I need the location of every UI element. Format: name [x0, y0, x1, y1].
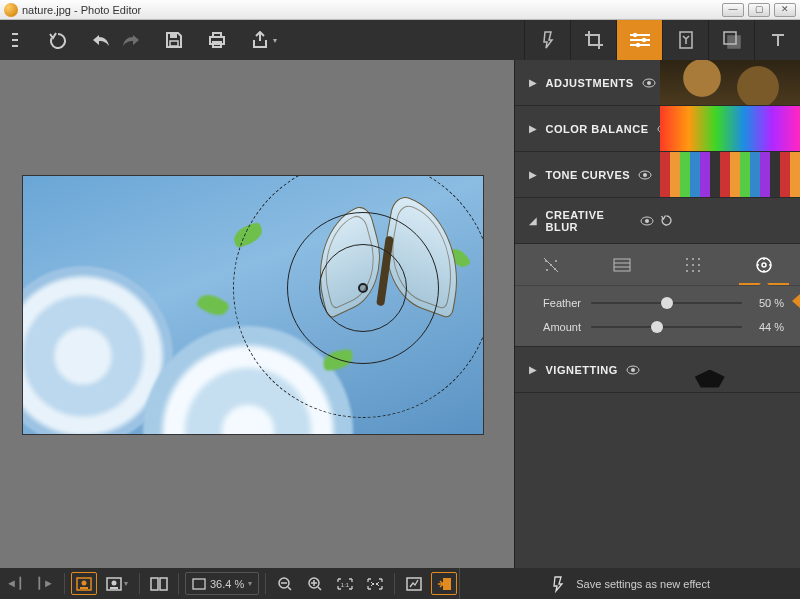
svg-point-22 — [546, 269, 548, 271]
zoom-100-button[interactable]: 1:1 — [330, 568, 360, 599]
slider-row-amount: Amount 44 % — [515, 310, 800, 334]
visibility-icon[interactable] — [640, 216, 654, 226]
chevron-right-icon: ▶ — [529, 123, 538, 134]
svg-point-21 — [555, 260, 557, 262]
undo-button[interactable] — [86, 32, 116, 48]
mode-tab-effects[interactable] — [524, 20, 570, 60]
svg-rect-0 — [170, 34, 177, 38]
svg-point-16 — [643, 173, 647, 177]
panel-header-tone-curves[interactable]: ▶ TONE CURVES — [515, 152, 800, 198]
print-button[interactable] — [202, 31, 232, 49]
window-titlebar: nature.jpg - Photo Editor — ▢ ✕ — [0, 0, 800, 20]
mode-tab-crop[interactable] — [570, 20, 616, 60]
compare-view-button[interactable]: ▾ — [99, 568, 135, 599]
zoom-value: 36.4 % — [210, 578, 244, 590]
mode-tab-overlay[interactable] — [708, 20, 754, 60]
svg-rect-1 — [170, 41, 178, 46]
svg-rect-44 — [151, 578, 158, 590]
window-maximize-button[interactable]: ▢ — [748, 3, 770, 17]
slider-label: Feather — [531, 297, 591, 309]
svg-point-37 — [631, 368, 635, 372]
blur-subtab-grid[interactable] — [658, 244, 729, 285]
svg-point-7 — [635, 43, 639, 47]
redo-button[interactable] — [116, 32, 146, 48]
visibility-icon[interactable] — [638, 170, 652, 180]
slider-row-feather: Feather 50 % — [515, 286, 800, 310]
svg-point-30 — [698, 264, 700, 266]
visibility-icon[interactable] — [642, 78, 656, 88]
svg-point-28 — [686, 264, 688, 266]
apply-button[interactable] — [431, 572, 457, 595]
bottom-toolbar: ◄┃ ┃► ▾ 36.4 % ▾ 1:1 Save settings as ne… — [0, 568, 800, 599]
svg-rect-45 — [160, 578, 167, 590]
chevron-right-icon: ▶ — [529, 169, 538, 180]
svg-rect-3 — [213, 33, 221, 37]
svg-point-12 — [647, 81, 651, 85]
prev-image-button[interactable]: ◄┃ — [0, 568, 30, 599]
panel-header-creative-blur[interactable]: ◢ CREATIVE BLUR — [515, 198, 800, 244]
slider-value: 44 % — [742, 321, 784, 333]
image-canvas[interactable] — [23, 176, 483, 434]
svg-point-18 — [645, 219, 649, 223]
panel-header-adjustments[interactable]: ▶ ADJUSTMENTS — [515, 60, 800, 106]
panel-label: TONE CURVES — [546, 169, 631, 181]
chevron-right-icon: ▶ — [529, 77, 538, 88]
save-as-effect-button[interactable]: Save settings as new effect — [459, 568, 800, 599]
split-view-button[interactable] — [144, 568, 174, 599]
panel-label: COLOR BALANCE — [546, 123, 649, 135]
window-title: nature.jpg - Photo Editor — [22, 4, 141, 16]
panel-header-color-balance[interactable]: ▶ COLOR BALANCE — [515, 106, 800, 152]
blur-center-handle[interactable] — [358, 283, 368, 293]
svg-point-34 — [757, 258, 771, 272]
single-view-button[interactable] — [71, 572, 97, 595]
next-image-button[interactable]: ┃► — [30, 568, 60, 599]
chevron-down-icon: ◢ — [529, 215, 538, 226]
svg-rect-43 — [110, 587, 118, 589]
svg-point-32 — [692, 270, 694, 272]
blur-subtab-circular[interactable] — [729, 244, 800, 285]
visibility-icon[interactable] — [626, 365, 640, 375]
amount-slider[interactable] — [591, 320, 742, 334]
chevron-down-icon: ▾ — [273, 36, 277, 45]
zoom-display[interactable]: 36.4 % ▾ — [185, 572, 259, 595]
panel-label: ADJUSTMENTS — [546, 77, 634, 89]
window-minimize-button[interactable]: — — [722, 3, 744, 17]
svg-rect-46 — [193, 579, 205, 589]
zoom-out-button[interactable] — [270, 568, 300, 599]
svg-rect-24 — [614, 259, 630, 271]
window-close-button[interactable]: ✕ — [774, 3, 796, 17]
svg-point-29 — [692, 264, 694, 266]
zoom-fit-button[interactable] — [360, 568, 390, 599]
svg-point-33 — [698, 270, 700, 272]
zoom-in-button[interactable] — [300, 568, 330, 599]
svg-point-27 — [698, 258, 700, 260]
svg-point-42 — [112, 580, 117, 585]
undo-all-button[interactable] — [43, 31, 73, 49]
svg-rect-40 — [80, 587, 88, 589]
menu-button[interactable] — [0, 33, 30, 47]
svg-point-39 — [82, 580, 87, 585]
svg-point-6 — [641, 38, 645, 42]
before-after-button[interactable] — [399, 568, 429, 599]
panel-label: CREATIVE BLUR — [546, 209, 632, 233]
export-button[interactable]: ▾ — [245, 31, 283, 49]
blur-subtab-linear[interactable] — [586, 244, 657, 285]
top-toolbar: ▾ — [0, 20, 800, 60]
right-panel: ▶ ADJUSTMENTS ▶ COLOR BALANCE ▶ TONE CUR… — [514, 60, 800, 568]
mode-tab-adjust[interactable] — [616, 20, 662, 60]
chevron-right-icon: ▶ — [529, 364, 538, 375]
feather-slider[interactable] — [591, 296, 742, 310]
canvas-area — [0, 60, 514, 568]
panel-body-creative-blur: Feather 50 % Amount 44 % — [515, 244, 800, 347]
save-button[interactable] — [159, 31, 189, 49]
blur-subtab-radial[interactable] — [515, 244, 586, 285]
reset-icon[interactable] — [660, 214, 673, 227]
save-effect-label: Save settings as new effect — [576, 578, 710, 590]
svg-rect-51 — [443, 578, 451, 590]
app-icon — [4, 3, 18, 17]
slider-value: 50 % — [742, 297, 784, 309]
mode-tab-presets[interactable] — [662, 20, 708, 60]
svg-rect-10 — [728, 36, 740, 48]
panel-header-vignetting[interactable]: ▶ VIGNETTING — [515, 347, 800, 393]
mode-tab-text[interactable] — [754, 20, 800, 60]
